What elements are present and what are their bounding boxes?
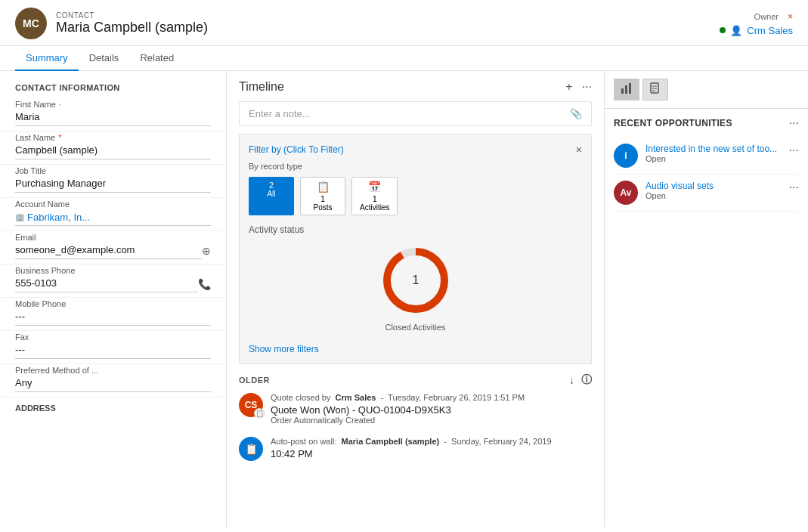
business-phone-value[interactable]: 555-0103 [15,276,198,292]
first-name-value[interactable]: Maria [15,110,211,126]
header-left: MC CONTACT Maria Campbell (sample) [15,8,208,39]
recent-section-more-button[interactable]: ··· [789,116,799,130]
svg-rect-5 [629,83,631,94]
owner-name[interactable]: Crm Sales [747,25,793,36]
preferred-method-value[interactable]: Any [15,376,211,392]
filter-btn-activities[interactable]: 📅 1 Activities [351,177,398,215]
fax-value[interactable]: --- [15,342,211,359]
timeline-add-button[interactable]: + [565,80,572,94]
opp-status-2: Open [645,191,782,200]
owner-label: Owner × [754,11,793,22]
job-title-label: Job Title [15,166,211,175]
info-icon[interactable]: ⓘ [581,373,593,387]
entry-content-2: Auto-post on wall: Maria Campbell (sampl… [271,437,592,461]
closed-activities-label: Closed Activities [385,323,445,332]
page-header: MC CONTACT Maria Campbell (sample) Owner… [0,0,808,46]
opp-title-1[interactable]: Interested in the new set of too... [645,144,782,154]
separator-actions: ↓ ⓘ [569,373,592,387]
opportunity-item-2: Av Audio visual sets Open ··· [614,175,799,212]
email-action-icon[interactable]: ⊕ [202,245,211,257]
phone-field-row: 555-0103 📞 [15,276,211,292]
mobile-phone-label: Mobile Phone [15,299,211,308]
opp-content-2: Audio visual sets Open [645,181,782,200]
fax-label: Fax [15,332,211,342]
owner-value[interactable]: 👤 Crm Sales [720,25,793,36]
email-field-row: someone_d@example.com ⊕ [15,243,211,259]
owner-person-icon: 👤 [730,25,742,36]
main-content: CONTACT INFORMATION First Name · Maria L… [0,71,808,527]
activity-status-label: Activity status [249,224,582,235]
note-input[interactable]: Enter a note... 📎 [239,101,592,126]
opp-more-button-1[interactable]: ··· [789,144,799,157]
recent-section-title: RECENT OPPORTUNITIES [614,118,732,128]
donut-svg: 1 [378,243,454,318]
field-preferred-method: Preferred Method of ... Any [0,364,226,397]
field-first-name: First Name · Maria [0,98,226,131]
field-account-name: Account Name 🏢 Fabrikam, In... [0,198,226,231]
left-panel: CONTACT INFORMATION First Name · Maria L… [0,71,227,527]
required-marker: · [59,100,61,109]
account-name-value[interactable]: 🏢 Fabrikam, In... [15,209,211,226]
entry-meta-1: Quote closed by Crm Sales - Tuesday, Feb… [271,393,592,402]
filter-btn-posts[interactable]: 📋 1 Posts [300,177,345,215]
entity-type-label: CONTACT [56,11,208,20]
opp-more-button-2[interactable]: ··· [789,181,799,194]
activities-icon: 📅 [368,181,381,193]
svg-rect-4 [625,85,627,94]
middle-panel: Timeline + ··· Enter a note... 📎 Filter … [227,71,604,527]
last-name-label: Last Name * [15,133,211,142]
account-name-label: Account Name [15,200,211,209]
owner-close-button[interactable]: × [788,11,793,22]
entry-avatar-2: 📋 [239,437,263,461]
account-name-text[interactable]: Fabrikam, In... [27,212,90,223]
opp-title-2[interactable]: Audio visual sets [645,181,782,191]
filter-record-type-label: By record type [249,162,582,171]
entry-body-2: 10:42 PM [271,448,592,459]
entry-avatar-1: CS 📋 [239,393,263,417]
phone-action-icon[interactable]: 📞 [198,278,211,290]
entry-body-1: Quote Won (Won) - QUO-01004-D9X5K3 [271,404,592,416]
job-title-value[interactable]: Purchasing Manager [15,176,211,193]
field-mobile-phone: Mobile Phone --- [0,298,226,331]
required-marker-last: * [58,133,61,142]
preferred-method-label: Preferred Method of ... [15,366,211,375]
show-more-filters[interactable]: Show more filters [249,344,582,354]
last-name-value[interactable]: Campbell (sample) [15,143,211,159]
tab-summary[interactable]: Summary [15,46,79,71]
opp-content-1: Interested in the new set of too... Open [645,144,782,163]
tab-related[interactable]: Related [129,46,184,71]
email-value[interactable]: someone_d@example.com [15,243,202,259]
svg-rect-3 [621,88,624,94]
business-phone-label: Business Phone [15,266,211,275]
address-section-title: ADDRESS [0,397,226,416]
field-business-phone: Business Phone 555-0103 📞 [0,264,226,298]
contact-info-title: CONTACT INFORMATION [0,80,226,98]
filter-box: Filter by (Click To Filter) × By record … [239,134,592,364]
rp-tab-document[interactable] [642,79,668,101]
field-email: Email someone_d@example.com ⊕ [0,231,226,264]
opportunity-item-1: i Interested in the new set of too... Op… [614,138,799,175]
svg-text:1: 1 [412,274,419,286]
entry-meta-2: Auto-post on wall: Maria Campbell (sampl… [271,437,592,446]
mobile-phone-value[interactable]: --- [15,309,211,326]
sort-down-icon[interactable]: ↓ [569,374,575,386]
tab-details[interactable]: Details [79,46,130,71]
older-label: OLDER [239,376,270,385]
chart-icon [621,82,633,94]
timeline-more-button[interactable]: ··· [582,80,592,94]
owner-status-dot [720,27,726,33]
filter-click-link[interactable]: (Click To Filter) [283,144,344,155]
field-job-title: Job Title Purchasing Manager [0,165,226,198]
timeline-title: Timeline [239,80,284,94]
field-fax: Fax --- [0,331,226,364]
right-panel: RECENT OPPORTUNITIES ··· i Interested in… [604,71,808,527]
rp-tab-chart[interactable] [614,79,639,101]
right-panel-tabs [605,79,808,109]
note-placeholder: Enter a note... [249,108,311,119]
contact-title: Maria Campbell (sample) [56,20,208,36]
filter-by-label: Filter by (Click To Filter) [249,144,344,155]
filter-btn-all[interactable]: 2 All [249,177,294,215]
filter-close-button[interactable]: × [576,144,582,156]
field-last-name: Last Name * Campbell (sample) [0,131,226,165]
account-link-icon: 🏢 [15,213,24,221]
